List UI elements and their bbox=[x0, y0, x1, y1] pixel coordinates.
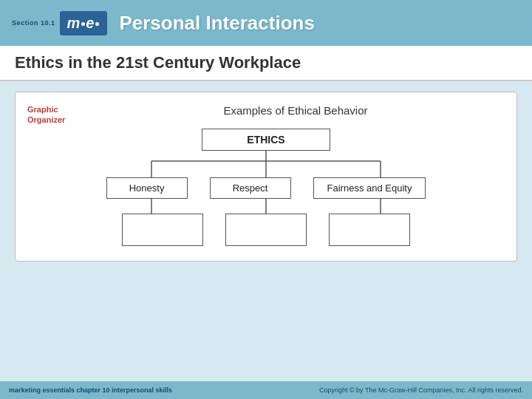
logo-box: Section 10.1 me bbox=[12, 11, 107, 35]
graphic-organizer-label: GraphicOrganizer bbox=[27, 104, 65, 126]
footer-left-text: marketing essentials chapter 10 interper… bbox=[9, 386, 172, 394]
logo: me bbox=[60, 11, 108, 35]
footer-right-text: Copyright © by The Mc-Graw-Hill Companie… bbox=[319, 386, 523, 394]
bot-node-2 bbox=[225, 214, 307, 246]
card-subtitle: Examples of Ethical Behavior bbox=[89, 104, 502, 117]
top-connectors-svg bbox=[81, 151, 451, 177]
bot-node-3 bbox=[329, 214, 410, 246]
content-card: GraphicOrganizer Examples of Ethical Beh… bbox=[15, 92, 517, 262]
mid-connectors-svg bbox=[81, 199, 451, 214]
header: Section 10.1 me Personal Interactions bbox=[0, 0, 532, 46]
subheader: Ethics in the 21st Century Workplace bbox=[0, 46, 532, 81]
subheader-title: Ethics in the 21st Century Workplace bbox=[15, 53, 517, 72]
ethics-diagram: ETHICS Honesty Respect Fairness and Equi… bbox=[30, 129, 502, 246]
bot-node-1 bbox=[122, 214, 203, 246]
mid-node-fairness: Fairness and Equity bbox=[313, 177, 426, 199]
ethics-top-node: ETHICS bbox=[202, 129, 330, 151]
bot-row bbox=[122, 214, 410, 246]
mid-node-honesty: Honesty bbox=[106, 177, 188, 199]
footer: marketing essentials chapter 10 interper… bbox=[0, 381, 532, 399]
main-content: GraphicOrganizer Examples of Ethical Beh… bbox=[0, 81, 532, 272]
mid-node-respect: Respect bbox=[210, 177, 291, 199]
mid-row: Honesty Respect Fairness and Equity bbox=[106, 177, 426, 199]
page-title: Personal Interactions bbox=[119, 12, 314, 35]
section-label: Section 10.1 bbox=[12, 19, 55, 27]
